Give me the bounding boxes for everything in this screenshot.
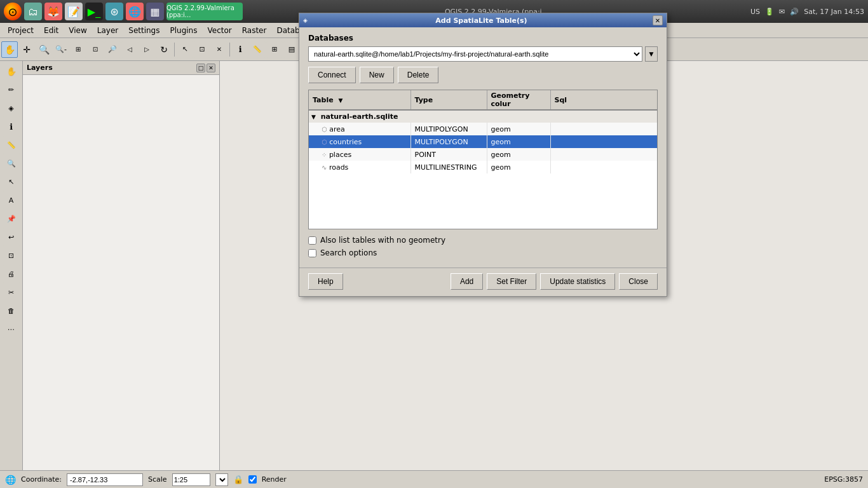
dialog-footer: Help Add Set Filter Update statistics Cl… [299, 268, 667, 296]
countries-name: countries [329, 138, 362, 146]
dialog-overlay: ◈ Add SpatiaLite Table(s) ✕ Databases na… [0, 0, 868, 488]
also-list-checkbox[interactable] [308, 236, 316, 245]
roads-name: roads [329, 163, 348, 172]
col-type-resize[interactable] [484, 90, 487, 109]
places-type: POINT [410, 148, 487, 161]
area-poly-icon: ⬡ [322, 126, 327, 133]
search-options-checkbox[interactable] [308, 249, 316, 257]
col-geometry-resize[interactable] [548, 90, 550, 109]
table-row[interactable]: ∿ roads MULTILINESTRING geom [309, 161, 657, 173]
places-sql [550, 148, 657, 161]
places-point-icon: ⁘ [322, 151, 327, 158]
col-geometry[interactable]: Geometry colur [487, 90, 550, 110]
countries-geometry: geom [487, 135, 550, 148]
databases-select[interactable]: natural-earth.sqlite@/home/lab1/Projects… [308, 46, 642, 62]
connect-button[interactable]: Connect [308, 67, 356, 83]
new-button[interactable]: New [360, 67, 394, 83]
col-type[interactable]: Type [410, 90, 487, 110]
dialog-close-btn[interactable]: ✕ [653, 15, 663, 25]
search-options-row: Search options [308, 248, 658, 257]
table-row-selected[interactable]: ⬡ countries MULTIPOLYGON geom [309, 135, 657, 148]
group-expand-icon[interactable]: ▼ [311, 114, 316, 120]
area-geometry: geom [487, 123, 550, 135]
table-row[interactable]: ⁘ places POINT geom [309, 148, 657, 161]
delete-button[interactable]: Delete [398, 67, 439, 83]
col-table[interactable]: Table ▼ [309, 90, 410, 110]
places-name: places [329, 151, 351, 159]
set-filter-button[interactable]: Set Filter [487, 273, 536, 290]
dialog-grip-icon: ◈ [303, 17, 308, 24]
roads-sql [550, 161, 657, 173]
area-sql [550, 123, 657, 135]
search-options-label: Search options [320, 248, 377, 257]
databases-row: natural-earth.sqlite@/home/lab1/Projects… [308, 46, 658, 62]
dialog-body: Databases natural-earth.sqlite@/home/lab… [299, 27, 667, 268]
table-row[interactable]: ⬡ area MULTIPOLYGON geom [309, 123, 657, 135]
countries-sql [550, 135, 657, 148]
footer-right: Add Set Filter Update statistics Close [451, 273, 658, 290]
dialog-title: Add SpatiaLite Table(s) [435, 17, 527, 25]
also-list-label: Also list tables with no geometry [320, 236, 445, 245]
dialog-titlebar: ◈ Add SpatiaLite Table(s) ✕ [299, 13, 667, 27]
countries-type: MULTIPOLYGON [410, 135, 487, 148]
connection-buttons: Connect New Delete [308, 67, 658, 83]
tables-container: Table ▼ Type Geometry colur [308, 90, 658, 229]
also-list-row: Also list tables with no geometry [308, 236, 658, 245]
help-button[interactable]: Help [308, 273, 343, 290]
close-button[interactable]: Close [619, 273, 658, 290]
col-table-resize[interactable] [408, 90, 410, 109]
roads-geometry: geom [487, 161, 550, 173]
add-spatialite-dialog: ◈ Add SpatiaLite Table(s) ✕ Databases na… [299, 13, 667, 297]
update-statistics-button[interactable]: Update statistics [540, 273, 615, 290]
countries-poly-icon: ⬡ [322, 139, 327, 146]
add-button[interactable]: Add [451, 273, 483, 290]
group-name: natural-earth.sqlite [321, 112, 398, 121]
databases-arrow[interactable]: ▼ [645, 46, 658, 62]
col-sql[interactable]: Sql [550, 90, 657, 110]
roads-type: MULTILINESTRING [410, 161, 487, 173]
databases-label: Databases [308, 34, 658, 43]
roads-line-icon: ∿ [322, 164, 327, 171]
area-type: MULTIPOLYGON [410, 123, 487, 135]
spatialite-table: Table ▼ Type Geometry colur [309, 90, 657, 173]
places-geometry: geom [487, 148, 550, 161]
area-name: area [329, 125, 345, 133]
footer-left: Help [308, 273, 445, 290]
table-group-row: ▼ natural-earth.sqlite [309, 110, 657, 123]
